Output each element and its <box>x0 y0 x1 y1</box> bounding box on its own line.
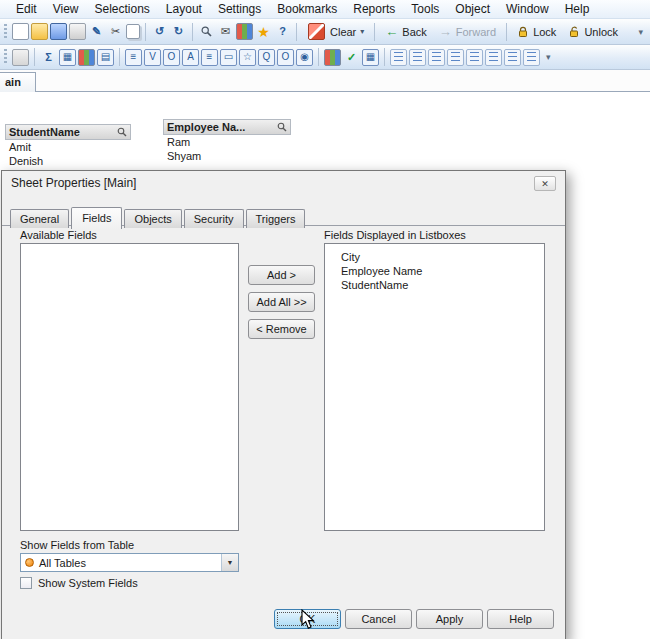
cut-icon[interactable]: ✂ <box>107 23 124 40</box>
align-right-icon[interactable] <box>409 49 426 66</box>
tab-objects[interactable]: Objects <box>124 209 181 228</box>
list-item[interactable]: Shyam <box>163 149 291 163</box>
toolbar-separator <box>318 48 319 66</box>
list-item[interactable]: Employee Name <box>325 264 544 278</box>
search-icon[interactable] <box>117 127 127 137</box>
redo-icon[interactable]: ↻ <box>170 23 187 40</box>
center-horizontal-icon[interactable] <box>466 49 483 66</box>
chart-wizard-icon[interactable] <box>236 23 253 40</box>
cancel-button[interactable]: Cancel <box>345 609 412 629</box>
search-object-icon[interactable]: Q <box>258 49 275 66</box>
available-fields-label: Available Fields <box>20 229 97 241</box>
tab-general[interactable]: General <box>10 209 69 228</box>
menu-item-layout[interactable]: Layout <box>158 0 210 19</box>
text-object-icon[interactable]: A <box>182 49 199 66</box>
menu-item-edit[interactable]: Edit <box>8 0 45 19</box>
edit-script-icon[interactable]: ✎ <box>88 23 105 40</box>
menu-item-help[interactable]: Help <box>557 0 598 19</box>
listbox-employee-name: Employee Na... Ram Shyam <box>163 119 291 163</box>
ok-button[interactable]: OK <box>274 609 341 629</box>
chart-wizard-icon[interactable] <box>78 49 95 66</box>
apply-button[interactable]: Apply <box>416 609 483 629</box>
show-system-fields-checkbox[interactable] <box>20 577 32 589</box>
print-icon[interactable] <box>69 23 86 40</box>
table-box-icon[interactable]: ▦ <box>59 49 76 66</box>
current-selections-box-icon[interactable]: ≡ <box>201 49 218 66</box>
open-file-icon[interactable] <box>31 23 48 40</box>
tab-fields[interactable]: Fields <box>71 207 122 229</box>
new-document-icon[interactable] <box>12 23 29 40</box>
menu-item-object[interactable]: Object <box>447 0 498 19</box>
listbox-caption[interactable]: Employee Na... <box>163 119 291 135</box>
tab-triggers[interactable]: Triggers <box>246 209 306 228</box>
unlock-button[interactable]: Unlock <box>562 25 624 39</box>
align-left-icon[interactable] <box>390 49 407 66</box>
search-icon[interactable] <box>277 122 287 132</box>
multibox-icon[interactable]: O <box>163 49 180 66</box>
menu-item-settings[interactable]: Settings <box>210 0 269 19</box>
align-top-icon[interactable] <box>428 49 445 66</box>
menu-item-selections[interactable]: Selections <box>86 0 157 19</box>
help-icon[interactable]: ? <box>274 23 291 40</box>
toolbar-overflow-chevron-icon[interactable]: ▾ <box>633 27 648 37</box>
space-vertical-icon[interactable] <box>523 49 540 66</box>
dialog-close-button[interactable]: ✕ <box>534 176 556 191</box>
sum-icon[interactable]: Σ <box>40 49 57 66</box>
space-horizontal-icon[interactable] <box>504 49 521 66</box>
add-button[interactable]: Add > <box>248 265 315 285</box>
available-fields-list[interactable] <box>20 243 239 531</box>
clear-icon <box>308 23 325 40</box>
align-bottom-icon[interactable] <box>447 49 464 66</box>
chart-colored-icon[interactable] <box>324 49 341 66</box>
back-button[interactable]: ← Back <box>379 23 432 40</box>
displayed-fields-list[interactable]: City Employee Name StudentName <box>324 243 545 531</box>
add-all-button[interactable]: Add All >> <box>248 292 315 312</box>
toolbar-grip[interactable] <box>4 24 7 40</box>
toolbar-grip[interactable] <box>4 49 7 65</box>
sheet-properties-icon[interactable] <box>12 49 29 66</box>
lock-button[interactable]: Lock <box>511 25 562 39</box>
listbox-caption[interactable]: StudentName <box>5 124 131 140</box>
qlikview-window: Edit View Selections Layout Settings Boo… <box>0 0 650 639</box>
list-item[interactable]: Ram <box>163 135 291 149</box>
grid-chart-icon[interactable]: ▦ <box>362 49 379 66</box>
button-object-icon[interactable]: ◉ <box>296 49 313 66</box>
center-vertical-icon[interactable] <box>485 49 502 66</box>
save-icon[interactable] <box>50 23 67 40</box>
copy-icon[interactable] <box>126 24 140 39</box>
send-mail-icon[interactable]: ✉ <box>217 23 234 40</box>
search-icon[interactable] <box>198 23 215 40</box>
statistics-box-icon[interactable]: V <box>144 49 161 66</box>
toolbar-overflow-chevron-icon[interactable]: ▾ <box>541 52 556 62</box>
favorites-icon[interactable]: ★ <box>255 23 272 40</box>
undo-icon[interactable]: ↺ <box>151 23 168 40</box>
show-system-fields-label: Show System Fields <box>38 577 138 589</box>
slider-object-icon[interactable]: ▭ <box>220 49 237 66</box>
list-item[interactable]: Amit <box>5 140 131 154</box>
chevron-down-icon[interactable]: ▼ <box>221 554 238 571</box>
menu-item-bookmarks[interactable]: Bookmarks <box>269 0 345 19</box>
dialog-titlebar[interactable]: Sheet Properties [Main] <box>2 171 565 195</box>
apply-theme-icon[interactable]: ✓ <box>343 49 360 66</box>
list-item[interactable]: Denish <box>5 154 131 168</box>
menu-item-reports[interactable]: Reports <box>345 0 403 19</box>
menu-item-view[interactable]: View <box>45 0 87 19</box>
list-item[interactable]: StudentName <box>325 278 544 292</box>
list-item[interactable]: City <box>325 244 544 264</box>
forward-button[interactable]: → Forward <box>433 23 502 40</box>
menu-item-window[interactable]: Window <box>498 0 557 19</box>
container-object-icon[interactable]: O <box>277 49 294 66</box>
help-button[interactable]: Help <box>487 609 554 629</box>
table-select-dropdown[interactable]: All Tables ▼ <box>20 553 239 572</box>
remove-button[interactable]: < Remove <box>248 319 315 339</box>
lock-label: Lock <box>533 26 556 38</box>
menu-item-tools[interactable]: Tools <box>403 0 447 19</box>
menu-bar: Edit View Selections Layout Settings Boo… <box>0 0 650 19</box>
tab-security[interactable]: Security <box>184 209 244 228</box>
clear-selections-button[interactable]: Clear ▾ <box>301 22 370 41</box>
listbox-object-icon[interactable]: ≡ <box>125 49 142 66</box>
sheet-tab-main[interactable]: ain <box>0 72 36 92</box>
unlock-label: Unlock <box>584 26 618 38</box>
pivot-table-icon[interactable]: ▤ <box>97 49 114 66</box>
bookmark-object-icon[interactable]: ☆ <box>239 49 256 66</box>
